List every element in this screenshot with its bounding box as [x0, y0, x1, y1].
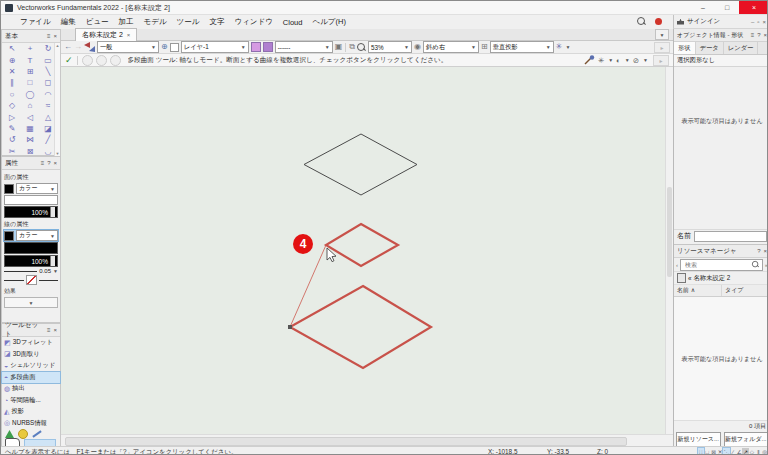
palette-close-icon[interactable]: × — [53, 33, 57, 39]
grid-icon[interactable]: ⊞ — [481, 43, 488, 51]
pen-swatch[interactable] — [4, 231, 14, 241]
view-dropdown[interactable]: 斜め右▼ — [423, 41, 479, 53]
tab-close-icon[interactable]: × — [127, 32, 131, 38]
fill-style-dropdown[interactable]: カラー ▼ — [16, 183, 58, 194]
modebar-overflow-button[interactable]: ▸ — [653, 55, 669, 66]
document-tab[interactable]: 名称未設定 2 × — [75, 28, 137, 41]
signin-label[interactable]: サインイン — [687, 17, 720, 26]
search-icon[interactable] — [637, 17, 646, 26]
line-weight-row[interactable]: 0.05 ▼ — [4, 268, 58, 274]
basic-tool[interactable]: ⌂ — [21, 100, 39, 111]
terrain-icon[interactable] — [5, 430, 14, 438]
new-resource-button[interactable]: 新規リソース... — [676, 432, 721, 447]
drawing-canvas[interactable]: 4 — [61, 67, 665, 434]
basic-tool[interactable]: ◇ — [3, 100, 21, 111]
no-style-icon[interactable]: ⊘ — [633, 56, 639, 65]
scroll-thumb[interactable] — [667, 187, 672, 277]
gear-icon[interactable]: ✳ — [556, 43, 563, 51]
close-button[interactable]: × — [739, 1, 768, 14]
basic-tool[interactable]: ◯ — [21, 89, 39, 100]
basic-tool[interactable]: ⊕ — [3, 54, 21, 65]
basic-tool[interactable]: ◁ — [21, 111, 39, 122]
object-info-tab[interactable]: 形状 — [674, 42, 696, 54]
eye-icon[interactable]: ◉ — [414, 43, 421, 51]
palette-help-icon[interactable]: ? — [757, 248, 760, 254]
basic-tool[interactable]: ⋈ — [21, 134, 39, 145]
vertical-scrollbar[interactable] — [665, 67, 673, 434]
tab-overflow-button[interactable]: ▼ — [655, 29, 669, 40]
bulb-icon[interactable] — [18, 429, 28, 439]
palette-help-icon[interactable]: ? — [757, 32, 760, 38]
menu-item[interactable]: ビュー — [81, 15, 114, 29]
menu-item[interactable]: 編集 — [56, 15, 81, 29]
record-icon[interactable] — [655, 18, 662, 25]
fill-opacity-bar[interactable]: 100% — [4, 206, 58, 218]
layer-checkbox[interactable] — [170, 43, 179, 52]
opacity-slider-handle[interactable] — [50, 256, 55, 266]
texture-icon[interactable]: ◐ — [616, 56, 621, 65]
new-folder-button[interactable]: 新規フォルダ... — [724, 432, 768, 447]
menu-item[interactable]: ツール — [172, 15, 205, 29]
toolset-item[interactable]: ◭ 投影 — [2, 406, 60, 418]
pen-opacity-bar[interactable]: 100% — [4, 255, 58, 267]
column-header[interactable]: 名前 ∧ — [674, 285, 722, 296]
gray-diamond[interactable] — [304, 134, 417, 195]
marker-row[interactable] — [4, 275, 58, 285]
confirm-icon[interactable]: ✓ — [65, 55, 73, 65]
chevron-down-icon[interactable]: ▼ — [565, 44, 570, 50]
minimize-button[interactable]: – — [691, 1, 715, 14]
palette-menu-icon[interactable]: ≡ — [47, 327, 51, 333]
palette-close-icon[interactable]: × — [53, 327, 57, 333]
menu-item[interactable]: ウィンドウ — [229, 15, 277, 29]
basic-tool[interactable]: ↖ — [3, 43, 21, 54]
dock-minimize-icon[interactable]: – — [751, 19, 754, 25]
menu-item[interactable]: ヘルプ(H) — [307, 15, 350, 29]
fill-swatch[interactable] — [4, 184, 14, 194]
palette-close-icon[interactable]: × — [53, 160, 57, 166]
toolset-item[interactable]: ◔ 等間隔輪... — [2, 395, 60, 407]
fit-page-icon[interactable]: ⧉ — [349, 43, 355, 51]
menu-item[interactable]: 加工 — [114, 15, 139, 29]
object-info-tab[interactable]: データ — [696, 42, 724, 54]
pen-style-dropdown[interactable]: カラー ▼ — [16, 230, 58, 241]
basic-tool[interactable]: ∥ — [3, 77, 21, 88]
pen-color-bar[interactable] — [4, 242, 58, 254]
toolset-item[interactable]: ◓ 多段曲面 — [2, 372, 60, 384]
snap-icon[interactable]: ◎ — [762, 448, 768, 455]
projection-dropdown[interactable]: 垂直投影▼ — [490, 41, 554, 53]
search-box[interactable] — [680, 259, 763, 271]
zoom-dropdown[interactable]: 53%▼ — [368, 41, 412, 53]
horizontal-scrollbar[interactable] — [61, 434, 673, 446]
breadcrumb[interactable]: « 名称未設定 2 — [674, 272, 768, 285]
menu-item[interactable]: ファイル — [15, 15, 56, 29]
saved-view-dropdown[interactable]: ------▼ — [275, 41, 333, 53]
toolset-item[interactable]: ◍ 抽出 — [2, 383, 60, 395]
basic-tool[interactable]: ○ — [3, 89, 21, 100]
collapse-icon[interactable]: ‹ — [676, 262, 678, 268]
layer-dropdown[interactable]: レイヤ-1▼ — [181, 41, 249, 53]
toolset-item[interactable]: ◒ シェルソリッド — [2, 360, 60, 372]
column-header[interactable]: タイプ — [722, 285, 768, 296]
globe-icon[interactable]: ⊕ — [161, 43, 168, 51]
scroll-thumb[interactable] — [65, 437, 627, 446]
toolset-item[interactable]: ◪ 3D面取り — [2, 349, 60, 361]
attribute-transfer-icon[interactable] — [84, 42, 95, 52]
viewbar-overflow-button[interactable]: ▸ — [654, 42, 670, 53]
basic-tool[interactable]: + — [21, 43, 39, 54]
menu-item[interactable]: モデル — [139, 15, 172, 29]
toolset-item[interactable]: ◎ NURBS情報 — [2, 418, 60, 430]
basic-tool[interactable]: ↺ — [3, 134, 21, 145]
search-input[interactable] — [683, 261, 751, 269]
zoom-icon[interactable] — [357, 43, 366, 52]
menu-item[interactable]: Cloud — [278, 15, 308, 29]
palette-menu-icon[interactable]: ≡ — [41, 160, 45, 166]
effects-expand-button[interactable]: ▼ — [4, 297, 58, 308]
back-icon[interactable]: ← — [64, 43, 72, 51]
view-options-icon[interactable]: ▣ — [335, 43, 343, 51]
menu-item[interactable]: 文字 — [204, 15, 229, 29]
palette-menu-icon[interactable]: ≡ — [751, 32, 755, 38]
palette-help-icon[interactable]: ? — [47, 160, 50, 166]
palette-scrollbar[interactable]: ▲▼ — [54, 43, 60, 156]
gear-icon[interactable]: ✳ — [598, 56, 604, 65]
class-options-icon[interactable] — [251, 42, 261, 52]
